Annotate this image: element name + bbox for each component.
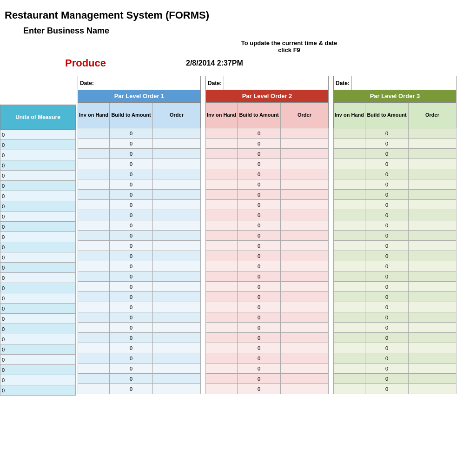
inv-cell <box>206 149 238 159</box>
order-cell <box>409 312 456 322</box>
uom-cell: 0 <box>0 385 76 396</box>
inv-cell <box>78 282 110 291</box>
build-cell: 0 <box>238 179 281 189</box>
update-info: To update the current time & date click … <box>102 36 476 54</box>
order-cell <box>281 241 328 251</box>
inv-cell <box>78 323 110 332</box>
build-cell: 0 <box>365 169 409 179</box>
inv-cell <box>78 364 110 373</box>
date-input-3[interactable] <box>351 76 456 90</box>
app-title: Restaurant Management System (FORMS) <box>0 5 476 21</box>
inv-cell <box>206 169 238 179</box>
order-cell <box>153 159 200 169</box>
data-row: 0 <box>333 343 456 353</box>
build-cell: 0 <box>365 190 409 199</box>
data-row: 0 <box>333 149 456 159</box>
build-header-1: Build to Amount <box>110 103 153 128</box>
order-cell <box>153 282 200 291</box>
inv-cell <box>334 353 365 363</box>
date-input-1[interactable] <box>96 76 200 90</box>
order-cell <box>409 220 456 230</box>
uom-cell: 0 <box>0 242 76 252</box>
order-cell <box>281 312 328 322</box>
build-header-3: Build to Amount <box>365 103 409 128</box>
build-header-2: Build to Amount <box>238 103 281 128</box>
date-input-2[interactable] <box>224 76 328 90</box>
inv-cell <box>334 128 365 138</box>
order-cell <box>281 139 328 148</box>
par-header-3: Par Level Order 3 <box>333 90 456 103</box>
order-cell <box>281 292 328 302</box>
inv-cell <box>78 251 110 261</box>
build-cell: 0 <box>238 159 281 169</box>
inv-cell <box>206 179 238 189</box>
build-cell: 0 <box>365 261 409 271</box>
inv-cell <box>334 312 365 322</box>
order-header-3: Order <box>409 103 456 128</box>
order-cell <box>153 271 200 281</box>
order-cell <box>409 282 456 291</box>
build-cell: 0 <box>365 139 409 148</box>
order-cell <box>409 231 456 240</box>
order-cell <box>153 384 200 394</box>
inv-cell <box>78 220 110 230</box>
order-cell <box>153 251 200 261</box>
data-row: 0 <box>333 241 456 251</box>
inv-cell <box>206 353 238 363</box>
order-cell <box>281 353 328 363</box>
inv-cell <box>334 159 365 169</box>
build-cell: 0 <box>365 374 409 383</box>
order-cell <box>153 333 200 343</box>
inv-cell <box>206 128 238 138</box>
build-cell: 0 <box>110 261 153 271</box>
data-row: 0 <box>333 302 456 312</box>
data-row: 0 <box>78 261 201 271</box>
order-cell <box>281 220 328 230</box>
par-block-2: Date:Par Level Order 2Inv on HandBuild t… <box>205 76 329 394</box>
data-row: 0 <box>333 231 456 241</box>
uom-cell: 0 <box>0 130 76 140</box>
build-cell: 0 <box>365 282 409 291</box>
order-cell <box>409 179 456 189</box>
order-cell <box>153 261 200 271</box>
order-cell <box>409 384 456 394</box>
build-cell: 0 <box>365 271 409 281</box>
data-row: 0 <box>205 292 329 302</box>
inv-cell <box>78 312 110 322</box>
uom-block: Units of Measure 00000000000000000000000… <box>0 76 76 396</box>
data-row: 0 <box>78 139 201 149</box>
build-cell: 0 <box>365 149 409 159</box>
inv-cell <box>78 128 110 138</box>
uom-cell: 0 <box>0 375 76 385</box>
build-cell: 0 <box>110 149 153 159</box>
build-cell: 0 <box>110 353 153 363</box>
inv-cell <box>206 190 238 199</box>
uom-cell: 0 <box>0 293 76 304</box>
build-cell: 0 <box>238 139 281 148</box>
data-row: 0 <box>205 149 329 159</box>
order-header-1: Order <box>153 103 200 128</box>
build-cell: 0 <box>110 271 153 281</box>
order-cell <box>409 364 456 373</box>
data-row: 0 <box>205 374 329 384</box>
date-label-3: Date: <box>334 80 351 86</box>
data-row: 0 <box>78 343 201 353</box>
build-cell: 0 <box>365 231 409 240</box>
date-label-2: Date: <box>206 80 224 86</box>
data-row: 0 <box>78 333 201 343</box>
data-row: 0 <box>205 271 329 282</box>
build-cell: 0 <box>238 353 281 363</box>
data-row: 0 <box>78 353 201 364</box>
inv-cell <box>78 200 110 210</box>
inv-cell <box>334 282 365 291</box>
inv-cell <box>334 190 365 199</box>
data-row: 0 <box>333 139 456 149</box>
build-cell: 0 <box>238 231 281 240</box>
order-cell <box>409 149 456 159</box>
inv-cell <box>78 271 110 281</box>
build-cell: 0 <box>365 364 409 373</box>
inv-cell <box>206 374 238 383</box>
build-cell: 0 <box>365 343 409 353</box>
order-cell <box>281 364 328 373</box>
build-cell: 0 <box>110 323 153 332</box>
